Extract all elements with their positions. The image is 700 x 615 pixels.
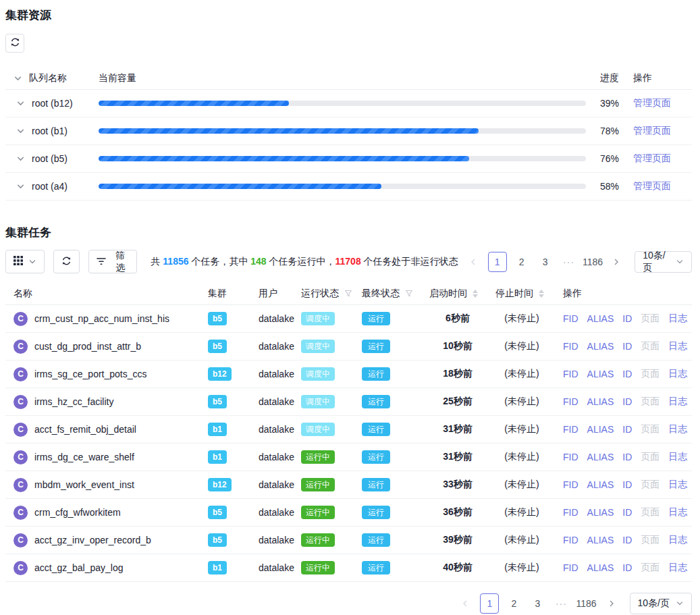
op-log-link[interactable]: 日志 [668,396,687,408]
queue-progress-value: 39% [586,98,633,109]
page-ellipsis[interactable]: ··· [560,252,578,272]
op-alias-link[interactable]: ALIAS [587,562,614,573]
page-button-1186[interactable]: 1186 [584,252,602,272]
page-button-1[interactable]: 1 [488,252,507,272]
op-log-link[interactable]: 日志 [668,368,687,380]
manage-page-link[interactable]: 管理页面 [633,153,671,163]
run-status-badge: 运行中 [301,561,335,574]
op-log-link[interactable]: 日志 [668,479,687,491]
queue-expand-chevron-icon[interactable] [16,155,25,163]
op-fid-link[interactable]: FID [563,562,578,573]
manage-page-link[interactable]: 管理页面 [633,97,671,108]
final-status-filter-icon[interactable] [405,290,413,298]
op-fid-link[interactable]: FID [563,452,578,462]
start-time-sort-icon[interactable] [473,290,478,298]
page-size-select[interactable]: 10条/页 [630,593,692,614]
page-button-1186[interactable]: 1186 [576,593,596,614]
run-status-filter-icon[interactable] [344,290,352,298]
op-id-link[interactable]: ID [622,452,632,462]
op-fid-link[interactable]: FID [563,424,578,435]
op-fid-link[interactable]: FID [563,479,578,490]
op-fid-link[interactable]: FID [563,369,578,379]
refresh-icon [61,256,72,268]
prev-page-button[interactable] [464,252,482,272]
op-id-link[interactable]: ID [622,341,632,352]
tasks-table-header: 名称 集群 用户 运行状态 最终状态 启动时间 停止时间 [5,283,692,305]
op-fid-link[interactable]: FID [563,341,578,352]
collapse-all-chevron-icon[interactable] [14,74,22,83]
op-log-link[interactable]: 日志 [668,340,687,352]
op-id-link[interactable]: ID [622,562,632,573]
page-button-2[interactable]: 2 [513,252,531,272]
op-log-link[interactable]: 日志 [668,451,687,463]
columns-dropdown-button[interactable] [5,250,45,273]
resources-refresh-button[interactable] [5,34,24,53]
op-id-link[interactable]: ID [622,535,632,545]
page-button-2[interactable]: 2 [505,593,522,614]
op-log-link[interactable]: 日志 [668,506,687,518]
manage-page-link[interactable]: 管理页面 [633,180,671,191]
task-row: C crm_cfg_wfworkitem b5 datalake 运行中 运行 … [5,499,692,527]
op-fid-link[interactable]: FID [563,535,578,545]
task-name: acct_gz_bal_pay_log [34,562,124,573]
task-user: datalake [259,313,301,324]
prev-page-button[interactable] [456,593,474,614]
run-status-badge: 调度中 [301,395,335,408]
page-button-1[interactable]: 1 [480,593,499,614]
op-alias-link[interactable]: ALIAS [587,369,614,379]
op-alias-link[interactable]: ALIAS [587,535,614,545]
task-avatar: C [14,478,28,492]
queue-expand-chevron-icon[interactable] [16,127,25,136]
page-size-select[interactable]: 10条/页 [635,251,692,273]
task-avatar: C [14,561,28,575]
final-status-badge: 运行 [362,367,390,381]
op-alias-link[interactable]: ALIAS [587,507,614,518]
page-button-3[interactable]: 3 [537,252,554,272]
op-id-link[interactable]: ID [622,479,632,490]
queue-row: root (b5) 76% 管理页面 [5,145,692,173]
op-alias-link[interactable]: ALIAS [587,313,614,324]
task-user: datalake [259,535,301,545]
op-alias-link[interactable]: ALIAS [587,452,614,462]
final-status-badge: 运行 [362,340,390,353]
final-status-header: 最终状态 [362,288,429,300]
op-fid-link[interactable]: FID [563,313,578,324]
op-fid-link[interactable]: FID [563,507,578,518]
queue-name: root (b12) [32,98,73,109]
op-page-link: 页面 [641,506,659,518]
op-fid-link[interactable]: FID [563,396,578,407]
op-id-link[interactable]: ID [622,396,632,407]
op-alias-link[interactable]: ALIAS [587,341,614,352]
queue-expand-chevron-icon[interactable] [16,99,25,108]
op-log-link[interactable]: 日志 [668,534,687,546]
op-id-link[interactable]: ID [622,313,632,324]
queue-capacity-cell [99,101,586,106]
start-time-header: 启动时间 [429,288,495,300]
task-user: datalake [259,507,301,518]
capacity-header: 当前容量 [99,72,586,84]
page-button-3[interactable]: 3 [529,593,546,614]
manage-page-link[interactable]: 管理页面 [633,125,671,136]
next-page-button[interactable] [603,593,620,614]
op-id-link[interactable]: ID [622,369,632,379]
op-alias-link[interactable]: ALIAS [587,396,614,407]
tasks-refresh-button[interactable] [53,250,80,273]
op-alias-link[interactable]: ALIAS [587,479,614,490]
op-id-link[interactable]: ID [622,507,632,518]
queue-progress-value: 58% [586,181,633,192]
op-alias-link[interactable]: ALIAS [587,424,614,435]
next-page-button[interactable] [608,252,625,272]
op-log-link[interactable]: 日志 [668,313,687,325]
op-id-link[interactable]: ID [622,424,632,435]
page-ellipsis[interactable]: ··· [552,593,570,614]
task-avatar: C [14,312,28,326]
task-avatar: C [14,395,28,409]
filter-button[interactable]: 筛选 [88,250,137,273]
op-log-link[interactable]: 日志 [668,562,687,574]
queue-expand-chevron-icon[interactable] [16,182,25,191]
op-page-link: 页面 [641,340,659,352]
stop-time-sort-icon[interactable] [539,290,544,298]
op-log-link[interactable]: 日志 [668,423,687,435]
run-status-badge: 运行中 [301,506,335,519]
ops-header: 操作 [563,288,692,300]
